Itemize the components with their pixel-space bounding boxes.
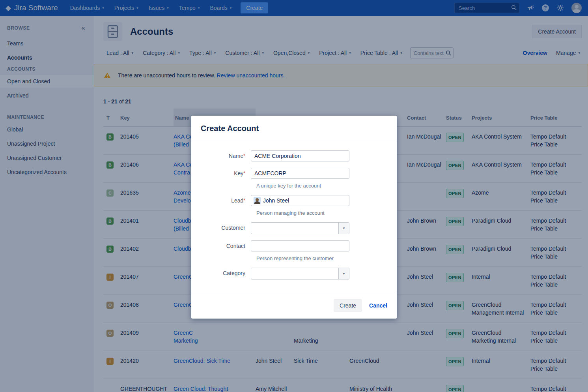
lead-field-help: Person managing the account bbox=[256, 210, 397, 216]
key-field-label: Key* bbox=[191, 168, 251, 179]
modal-title: Create Account bbox=[201, 124, 387, 133]
lead-avatar bbox=[254, 197, 261, 204]
customer-select[interactable]: ▾ bbox=[251, 222, 349, 234]
app-window: ◆ Jira Software Dashboards▾ Projects▾ Is… bbox=[0, 0, 588, 392]
chevron-down-icon[interactable]: ▾ bbox=[338, 223, 349, 234]
customer-field-label: Customer bbox=[191, 222, 251, 234]
required-asterisk: * bbox=[243, 153, 245, 159]
lead-field[interactable]: John Steel bbox=[251, 195, 349, 206]
category-select-value bbox=[251, 268, 338, 279]
contact-field-label: Contact bbox=[191, 240, 251, 251]
modal-cancel-link[interactable]: Cancel bbox=[369, 302, 387, 309]
customer-select-value bbox=[251, 223, 338, 234]
contact-field-help: Person representing the customer bbox=[256, 255, 397, 261]
required-asterisk: * bbox=[243, 198, 245, 203]
required-asterisk: * bbox=[243, 171, 245, 176]
modal-create-button[interactable]: Create bbox=[334, 299, 362, 312]
lead-field-label: Lead* bbox=[191, 195, 251, 206]
category-field-label: Category bbox=[191, 268, 251, 279]
create-account-modal: Create Account Name* Key* A unique key f… bbox=[191, 116, 397, 319]
chevron-down-icon[interactable]: ▾ bbox=[338, 268, 349, 279]
key-field[interactable] bbox=[251, 168, 349, 179]
lead-field-value: John Steel bbox=[263, 197, 289, 204]
name-field-label: Name* bbox=[191, 150, 251, 161]
category-select[interactable]: ▾ bbox=[251, 268, 349, 279]
key-field-help: A unique key for the account bbox=[256, 183, 397, 189]
contact-field[interactable] bbox=[251, 240, 349, 251]
name-field[interactable] bbox=[251, 150, 349, 161]
